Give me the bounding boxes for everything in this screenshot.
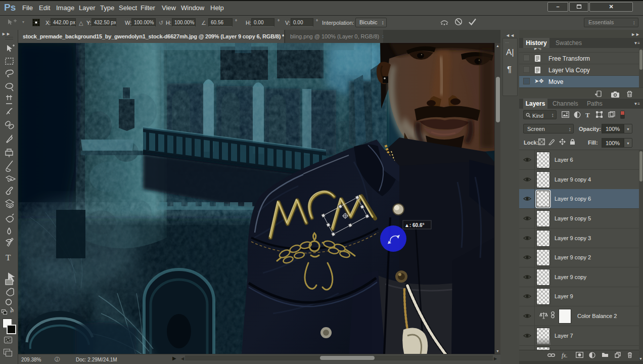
svg-text:▲: 60.6°: ▲: 60.6° bbox=[404, 222, 424, 228]
svg-text:T: T bbox=[6, 253, 11, 262]
